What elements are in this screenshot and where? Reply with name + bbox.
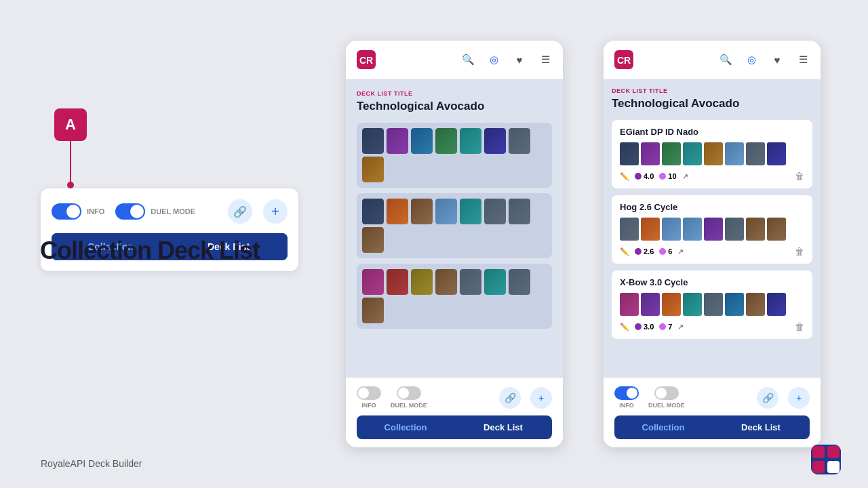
- deck-2-card-8: [767, 218, 786, 241]
- deck-2-elixir-avg: 2.6: [635, 247, 654, 256]
- collection-deck-list-title: Collection Deck List: [40, 237, 260, 264]
- deck-1-external-icon[interactable]: ↗: [682, 172, 688, 181]
- phone-right-deck-title: Technological Avocado: [612, 97, 812, 110]
- card-slot: [509, 199, 530, 224]
- phone-right-link-btn[interactable]: 🔗: [757, 387, 778, 409]
- phone-left-content: DECK LIST TITLE Technological Avocado: [346, 79, 563, 378]
- svg-rect-7: [812, 461, 825, 473]
- target-icon[interactable]: ◎: [487, 53, 500, 66]
- deck-entry-3: X-Bow 3.0 Cycle ✏️ 3.0: [612, 270, 812, 339]
- deck-1-cards: [620, 142, 804, 165]
- deck-2-card-4: [683, 218, 702, 241]
- phone-right: CR 🔍 ◎ ♥ ☰ DECK LIST TITLE Technological…: [604, 41, 821, 447]
- phone-left-header: CR 🔍 ◎ ♥ ☰: [346, 41, 563, 79]
- a-button-label: A: [65, 116, 76, 134]
- svg-rect-6: [827, 446, 840, 458]
- elixir-dot-light: [659, 173, 666, 180]
- plus-button[interactable]: +: [263, 199, 288, 224]
- phone-right-frame: CR 🔍 ◎ ♥ ☰ DECK LIST TITLE Technological…: [604, 41, 821, 447]
- a-button[interactable]: A: [54, 108, 87, 141]
- phone-right-duel-toggle[interactable]: [654, 386, 679, 400]
- menu-icon[interactable]: ☰: [538, 53, 552, 66]
- info-toggle[interactable]: [52, 203, 81, 220]
- phone-left-nav: 🔍 ◎ ♥ ☰: [461, 53, 552, 66]
- card-slot: [411, 199, 433, 224]
- card-slot: [387, 128, 408, 154]
- deck-3-card-2: [641, 293, 660, 316]
- deck-3-card-5: [704, 293, 723, 316]
- connector-line: [70, 141, 71, 182]
- duel-mode-toggle-group: DUEL MODE: [115, 203, 195, 220]
- card-slot: [435, 128, 457, 154]
- branding-left: RoyaleAPI Deck Builder: [41, 458, 142, 469]
- card-slot: [362, 298, 384, 323]
- phone-left-info-toggle[interactable]: [357, 386, 381, 400]
- deck-3-card-3: [662, 293, 681, 316]
- deck-list-title-label: DECK LIST TITLE: [357, 90, 552, 97]
- deck-3-external-icon[interactable]: ↗: [677, 323, 684, 331]
- duel-mode-toggle[interactable]: [115, 203, 145, 220]
- deck-2-card-3: [662, 218, 681, 241]
- deck-1-card-3: [662, 142, 681, 165]
- main-title-text: Collection Deck List: [40, 237, 260, 265]
- card-slot: [362, 199, 384, 224]
- deck-3-trash-icon[interactable]: 🗑: [795, 321, 804, 332]
- phone-right-info-toggle[interactable]: [614, 386, 639, 400]
- deck-2-name: Hog 2.6 Cycle: [620, 202, 804, 212]
- phone-right-header: CR 🔍 ◎ ♥ ☰: [604, 41, 821, 79]
- deck-2-cards: [620, 218, 804, 241]
- phone-left-plus-btn[interactable]: +: [530, 387, 552, 409]
- deck-list-title-label-right: DECK LIST TITLE: [612, 87, 812, 94]
- phone-left-link-btn[interactable]: 🔗: [499, 387, 521, 409]
- heart-icon-right[interactable]: ♥: [770, 53, 784, 66]
- phone-right-content: DECK LIST TITLE Technological Avocado EG…: [604, 79, 821, 378]
- phone-left-decklist-tab[interactable]: Deck List: [454, 415, 552, 439]
- phone-left-collection-tab[interactable]: Collection: [357, 415, 454, 439]
- deck-1-edit-icon[interactable]: ✏️: [620, 172, 629, 181]
- deck-3-edit-icon[interactable]: ✏️: [620, 323, 629, 331]
- deck-2-card-5: [704, 218, 723, 241]
- phone-right-decklist-tab[interactable]: Deck List: [712, 415, 810, 439]
- deck-2-external-icon[interactable]: ↗: [677, 247, 684, 256]
- deck-2-elixir-count: 6: [659, 247, 672, 256]
- deck-1-card-7: [746, 142, 765, 165]
- phone-left-tab-bar: Collection Deck List: [357, 415, 552, 439]
- deck-1-card-2: [641, 142, 660, 165]
- deck-2-card-6: [725, 218, 744, 241]
- phone-right-footer-controls: INFO DUEL MODE 🔗 +: [614, 386, 810, 409]
- phone-left-logo: CR: [357, 50, 376, 69]
- link-button[interactable]: 🔗: [228, 199, 252, 224]
- phone-left-footer: INFO DUEL MODE 🔗 + Collection Deck List: [346, 378, 563, 447]
- card-slot: [435, 269, 457, 295]
- phone-right-plus-btn[interactable]: +: [788, 387, 810, 409]
- royale-logo: [811, 445, 841, 474]
- card-slot: [411, 128, 433, 154]
- menu-icon-right[interactable]: ☰: [796, 53, 810, 66]
- deck-1-trash-icon[interactable]: 🗑: [795, 171, 804, 182]
- deck-2-card-2: [641, 218, 660, 241]
- card-row-3: [357, 264, 552, 329]
- heart-icon[interactable]: ♥: [513, 53, 526, 66]
- duel-mode-label: DUEL MODE: [151, 207, 195, 216]
- phone-right-collection-tab[interactable]: Collection: [614, 415, 712, 439]
- card-row-2: [357, 193, 552, 258]
- phone-left-duel-toggle[interactable]: [397, 386, 421, 400]
- target-icon-right[interactable]: ◎: [745, 53, 758, 66]
- phone-left-duel-label: DUEL MODE: [391, 402, 427, 409]
- search-icon-right[interactable]: 🔍: [719, 53, 732, 66]
- svg-text:CR: CR: [617, 55, 631, 66]
- deck-2-trash-icon[interactable]: 🗑: [795, 246, 804, 257]
- deck-3-card-8: [767, 293, 786, 316]
- card-slot: [362, 157, 384, 182]
- deck-1-card-8: [767, 142, 786, 165]
- card-row-1: [357, 123, 552, 188]
- card-slot: [484, 128, 506, 154]
- search-icon[interactable]: 🔍: [461, 53, 475, 66]
- deck-2-edit-icon[interactable]: ✏️: [620, 247, 629, 256]
- deck-3-card-1: [620, 293, 639, 316]
- phone-left: CR 🔍 ◎ ♥ ☰ DECK LIST TITLE Technological…: [346, 41, 563, 447]
- card-slot: [411, 269, 433, 295]
- info-label: INFO: [87, 207, 104, 216]
- phone-right-duel-label: DUEL MODE: [648, 402, 685, 409]
- card-slot: [509, 269, 530, 295]
